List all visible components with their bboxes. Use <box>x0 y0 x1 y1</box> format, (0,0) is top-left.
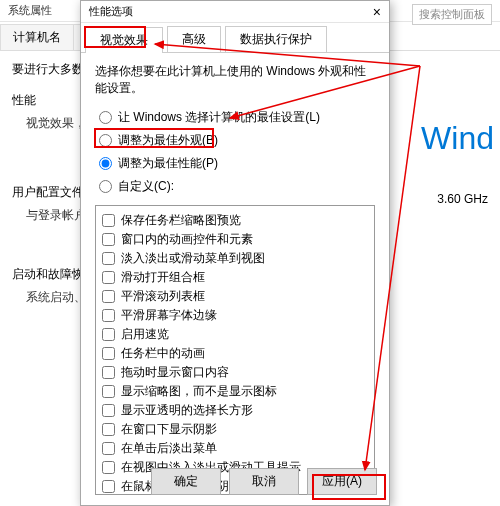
radio-label-0: 让 Windows 选择计算机的最佳设置(L) <box>118 109 320 126</box>
dialog-desc: 选择你想要在此计算机上使用的 Windows 外观和性能设置。 <box>95 63 375 97</box>
checkbox-item-3[interactable]: 滑动打开组合框 <box>102 269 368 286</box>
checkbox-input-11[interactable] <box>102 423 115 436</box>
checkbox-item-0[interactable]: 保存任务栏缩略图预览 <box>102 212 368 229</box>
windows-logo: Wind <box>421 120 494 157</box>
checkbox-label-1: 窗口内的动画控件和元素 <box>121 231 253 248</box>
checkbox-item-6[interactable]: 启用速览 <box>102 326 368 343</box>
checkbox-label-3: 滑动打开组合框 <box>121 269 205 286</box>
checkbox-label-8: 拖动时显示窗口内容 <box>121 364 229 381</box>
checkbox-item-4[interactable]: 平滑滚动列表框 <box>102 288 368 305</box>
checkbox-input-5[interactable] <box>102 309 115 322</box>
checkbox-label-9: 显示缩略图，而不是显示图标 <box>121 383 277 400</box>
radio-input-0[interactable] <box>99 111 112 124</box>
radio-option-0[interactable]: 让 Windows 选择计算机的最佳设置(L) <box>99 109 375 126</box>
checkbox-input-3[interactable] <box>102 271 115 284</box>
radio-label-3: 自定义(C): <box>118 178 174 195</box>
radio-label-2: 调整为最佳性能(P) <box>118 155 218 172</box>
cpu-speed: 3.60 GHz <box>437 192 488 206</box>
dialog-button-row: 确定 取消 应用(A) <box>151 468 377 495</box>
checkbox-item-1[interactable]: 窗口内的动画控件和元素 <box>102 231 368 248</box>
cancel-button[interactable]: 取消 <box>229 468 299 495</box>
radio-input-3[interactable] <box>99 180 112 193</box>
radio-option-2[interactable]: 调整为最佳性能(P) <box>99 155 375 172</box>
checkbox-item-12[interactable]: 在单击后淡出菜单 <box>102 440 368 457</box>
ok-button[interactable]: 确定 <box>151 468 221 495</box>
checkbox-input-8[interactable] <box>102 366 115 379</box>
dialog-tab-2[interactable]: 数据执行保护 <box>225 26 327 52</box>
checkbox-label-6: 启用速览 <box>121 326 169 343</box>
checkbox-input-12[interactable] <box>102 442 115 455</box>
checkbox-label-11: 在窗口下显示阴影 <box>121 421 217 438</box>
checkbox-input-4[interactable] <box>102 290 115 303</box>
close-icon[interactable]: × <box>373 4 381 19</box>
dialog-title-text: 性能选项 <box>89 4 133 19</box>
checkbox-input-0[interactable] <box>102 214 115 227</box>
checkbox-input-1[interactable] <box>102 233 115 246</box>
checkbox-item-10[interactable]: 显示亚透明的选择长方形 <box>102 402 368 419</box>
radio-input-1[interactable] <box>99 134 112 147</box>
dialog-body: 选择你想要在此计算机上使用的 Windows 外观和性能设置。 让 Window… <box>81 53 389 505</box>
checkbox-item-9[interactable]: 显示缩略图，而不是显示图标 <box>102 383 368 400</box>
checkbox-label-5: 平滑屏幕字体边缘 <box>121 307 217 324</box>
bg-title: 系统属性 <box>8 4 52 16</box>
checkbox-label-12: 在单击后淡出菜单 <box>121 440 217 457</box>
checkbox-item-8[interactable]: 拖动时显示窗口内容 <box>102 364 368 381</box>
dialog-title-bar: 性能选项 × <box>81 1 389 23</box>
checkbox-label-0: 保存任务栏缩略图预览 <box>121 212 241 229</box>
checkbox-label-10: 显示亚透明的选择长方形 <box>121 402 253 419</box>
checkbox-item-2[interactable]: 淡入淡出或滑动菜单到视图 <box>102 250 368 267</box>
checkbox-label-7: 任务栏中的动画 <box>121 345 205 362</box>
checkbox-input-6[interactable] <box>102 328 115 341</box>
checkbox-input-2[interactable] <box>102 252 115 265</box>
checkbox-input-9[interactable] <box>102 385 115 398</box>
dialog-tab-1[interactable]: 高级 <box>167 26 221 52</box>
dialog-tab-strip: 视觉效果高级数据执行保护 <box>81 26 389 53</box>
radio-group: 让 Windows 选择计算机的最佳设置(L)调整为最佳外观(B)调整为最佳性能… <box>99 109 375 195</box>
checkbox-item-7[interactable]: 任务栏中的动画 <box>102 345 368 362</box>
checkbox-input-7[interactable] <box>102 347 115 360</box>
dialog-tab-0[interactable]: 视觉效果 <box>85 27 163 53</box>
checkbox-panel[interactable]: 保存任务栏缩略图预览窗口内的动画控件和元素淡入淡出或滑动菜单到视图滑动打开组合框… <box>95 205 375 495</box>
radio-label-1: 调整为最佳外观(B) <box>118 132 218 149</box>
radio-input-2[interactable] <box>99 157 112 170</box>
checkbox-label-4: 平滑滚动列表框 <box>121 288 205 305</box>
checkbox-label-2: 淡入淡出或滑动菜单到视图 <box>121 250 265 267</box>
radio-option-3[interactable]: 自定义(C): <box>99 178 375 195</box>
checkbox-input-14[interactable] <box>102 480 115 493</box>
search-input[interactable]: 搜索控制面板 <box>412 4 492 25</box>
checkbox-item-11[interactable]: 在窗口下显示阴影 <box>102 421 368 438</box>
checkbox-input-13[interactable] <box>102 461 115 474</box>
checkbox-item-5[interactable]: 平滑屏幕字体边缘 <box>102 307 368 324</box>
apply-button[interactable]: 应用(A) <box>307 468 377 495</box>
performance-options-dialog: 性能选项 × 视觉效果高级数据执行保护 选择你想要在此计算机上使用的 Windo… <box>80 0 390 506</box>
bg-tab-computer-name[interactable]: 计算机名 <box>0 24 74 50</box>
checkbox-input-10[interactable] <box>102 404 115 417</box>
radio-option-1[interactable]: 调整为最佳外观(B) <box>99 132 375 149</box>
